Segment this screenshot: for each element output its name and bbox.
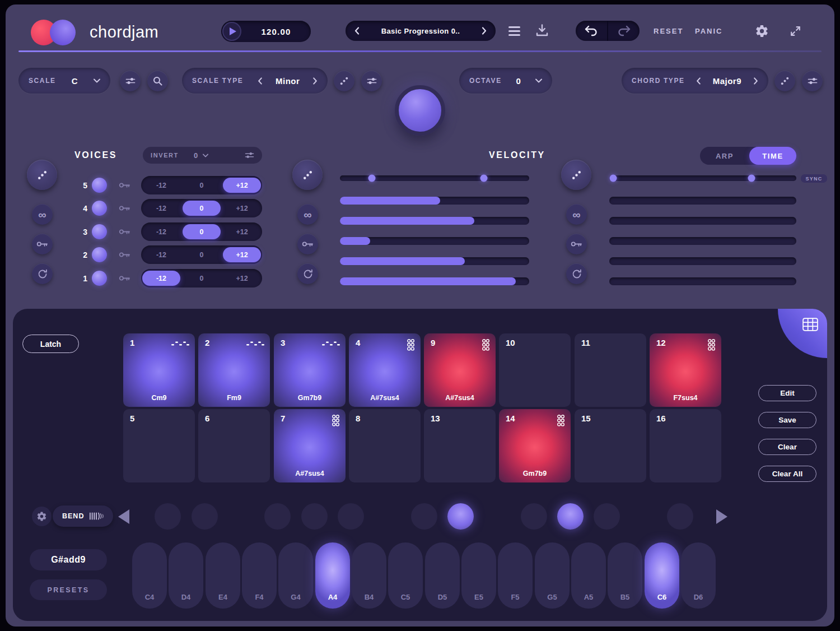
scale-type-randomize-button[interactable] bbox=[334, 71, 354, 91]
latch-button[interactable]: Latch bbox=[22, 335, 79, 353]
voice-octave-option[interactable]: +12 bbox=[223, 247, 261, 262]
edit-button[interactable]: Edit bbox=[758, 385, 816, 401]
voice-octave-option[interactable]: +12 bbox=[223, 178, 261, 193]
time-tab[interactable]: TIME bbox=[749, 147, 796, 165]
voice-octave-option[interactable]: +12 bbox=[223, 271, 261, 286]
velocity-bar[interactable] bbox=[340, 217, 529, 225]
white-key[interactable]: G5 bbox=[535, 542, 570, 609]
white-key[interactable]: A5 bbox=[571, 542, 606, 609]
expand-button[interactable] bbox=[790, 25, 801, 39]
velocity-refresh-button[interactable] bbox=[297, 263, 318, 284]
voice-lock-button[interactable] bbox=[119, 251, 130, 260]
undo-button[interactable] bbox=[576, 21, 607, 41]
voice-toggle[interactable] bbox=[92, 247, 107, 262]
black-key[interactable] bbox=[447, 503, 474, 530]
chevron-left-icon[interactable] bbox=[258, 77, 263, 85]
voice-octave-option[interactable]: +12 bbox=[223, 201, 261, 216]
timing-bar[interactable] bbox=[609, 237, 796, 245]
voice-octave-option[interactable]: -12 bbox=[142, 201, 180, 216]
save-button[interactable]: Save bbox=[758, 412, 816, 428]
voice-octave-option[interactable]: -12 bbox=[142, 178, 180, 193]
velocity-bar[interactable] bbox=[340, 197, 529, 205]
voice-toggle[interactable] bbox=[92, 178, 107, 193]
pad[interactable]: 7 A#7sus4 bbox=[274, 409, 346, 482]
clear-button[interactable]: Clear bbox=[758, 439, 816, 455]
black-key[interactable] bbox=[338, 503, 364, 530]
pad[interactable]: 2 Fm9 bbox=[198, 333, 270, 407]
timing-random-knob[interactable] bbox=[561, 160, 591, 190]
chevron-left-icon[interactable] bbox=[696, 77, 701, 85]
preset-name[interactable]: Basic Progression 0.. bbox=[381, 27, 460, 35]
pad[interactable]: 8 bbox=[349, 409, 421, 482]
pad[interactable]: 16 bbox=[650, 409, 721, 482]
scale-select[interactable]: SCALE C bbox=[18, 68, 110, 94]
chevron-right-icon[interactable] bbox=[753, 77, 758, 85]
white-key[interactable]: B5 bbox=[608, 542, 642, 609]
velocity-range-slider[interactable] bbox=[340, 175, 529, 181]
voices-lock-button[interactable] bbox=[32, 234, 53, 254]
black-key[interactable] bbox=[521, 503, 547, 530]
black-key[interactable] bbox=[192, 503, 218, 530]
pad[interactable]: 5 bbox=[123, 409, 195, 482]
clear-all-button[interactable]: Clear All bbox=[758, 466, 816, 482]
velocity-infinity-button[interactable]: ∞ bbox=[297, 204, 318, 225]
black-key[interactable] bbox=[155, 503, 181, 530]
black-key[interactable] bbox=[411, 503, 437, 530]
voice-octave-option[interactable]: 0 bbox=[183, 201, 221, 216]
settings-button[interactable] bbox=[755, 24, 769, 40]
timing-infinity-button[interactable]: ∞ bbox=[566, 204, 587, 225]
voice-octave-option[interactable]: 0 bbox=[183, 178, 221, 193]
play-button[interactable] bbox=[222, 22, 241, 41]
velocity-bar[interactable] bbox=[340, 277, 529, 285]
timing-bar[interactable] bbox=[609, 217, 796, 225]
black-key[interactable] bbox=[594, 503, 620, 530]
timing-bar[interactable] bbox=[609, 197, 796, 205]
white-key[interactable]: F4 bbox=[242, 542, 277, 609]
timing-refresh-button[interactable] bbox=[566, 263, 587, 284]
white-key[interactable]: C5 bbox=[388, 542, 423, 609]
chevron-right-icon[interactable] bbox=[312, 77, 318, 85]
pad[interactable]: 3 Gm7b9 bbox=[274, 333, 346, 407]
white-key[interactable]: C6 bbox=[645, 542, 679, 609]
keyboard-scroll-right[interactable] bbox=[716, 509, 727, 524]
bpm-display[interactable]: 120.00 bbox=[241, 27, 311, 36]
voices-infinity-button[interactable]: ∞ bbox=[32, 204, 53, 225]
white-key[interactable]: E4 bbox=[206, 542, 240, 609]
velocity-bar[interactable] bbox=[340, 237, 529, 245]
white-key[interactable]: D6 bbox=[681, 542, 716, 609]
download-button[interactable] bbox=[535, 24, 549, 39]
pad[interactable]: 13 bbox=[424, 409, 496, 482]
scale-search-button[interactable] bbox=[147, 71, 168, 91]
black-key[interactable] bbox=[301, 503, 328, 530]
timing-bar[interactable] bbox=[609, 277, 796, 285]
white-key[interactable]: A4 bbox=[315, 542, 350, 609]
main-knob[interactable] bbox=[395, 85, 445, 136]
black-key[interactable] bbox=[667, 503, 693, 530]
voice-lock-button[interactable] bbox=[119, 275, 130, 284]
white-key[interactable]: F5 bbox=[498, 542, 533, 609]
pad[interactable]: 1 Cm9 bbox=[123, 333, 195, 407]
voices-random-knob[interactable] bbox=[27, 160, 57, 190]
voice-lock-button[interactable] bbox=[119, 182, 130, 191]
pad[interactable]: 12 F7sus4 bbox=[650, 333, 721, 407]
timing-range-handle-min[interactable] bbox=[609, 175, 617, 182]
sync-toggle[interactable]: SYNC bbox=[801, 174, 827, 183]
pad[interactable]: 6 bbox=[198, 409, 270, 482]
velocity-range-handle-min[interactable] bbox=[368, 175, 376, 182]
white-key[interactable]: C4 bbox=[132, 542, 167, 609]
pad[interactable]: 4 A#7sus4 bbox=[349, 333, 421, 407]
bend-button[interactable]: BEND bbox=[53, 505, 113, 527]
white-key[interactable]: D4 bbox=[169, 542, 203, 609]
voices-refresh-button[interactable] bbox=[32, 263, 53, 284]
voice-toggle[interactable] bbox=[92, 201, 107, 216]
redo-button[interactable] bbox=[608, 21, 640, 41]
pad[interactable]: 15 bbox=[575, 409, 646, 482]
white-key[interactable]: D5 bbox=[425, 542, 460, 609]
chord-type-select[interactable]: CHORD TYPE Major9 bbox=[622, 68, 768, 94]
velocity-random-knob[interactable] bbox=[292, 160, 323, 190]
velocity-bar[interactable] bbox=[340, 257, 529, 265]
black-key[interactable] bbox=[264, 503, 291, 530]
timing-lock-button[interactable] bbox=[566, 234, 587, 254]
pad[interactable]: 10 bbox=[499, 333, 571, 407]
white-key[interactable]: B4 bbox=[352, 542, 386, 609]
